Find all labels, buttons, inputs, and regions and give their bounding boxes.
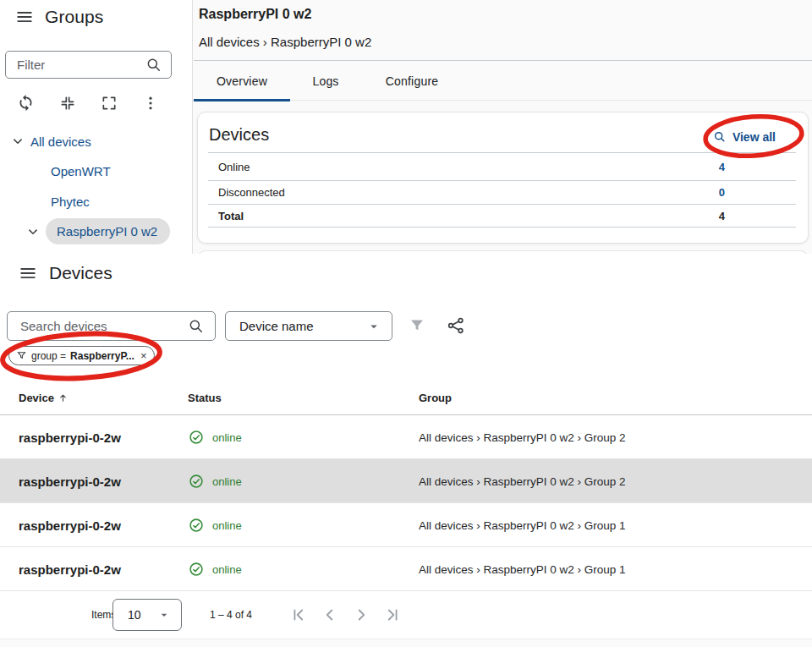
column-header-status[interactable]: Status — [188, 381, 222, 414]
tree-item-label: All devices — [30, 134, 91, 149]
devices-title: Devices — [49, 263, 112, 283]
table-row-selected[interactable]: raspberrypi-0-2w online All devices › Ra… — [0, 459, 812, 503]
devices-page: Devices Device name group = RaspberryP..… — [0, 254, 812, 647]
tree-item-label-selected: RaspberryPI 0 w2 — [46, 218, 170, 244]
more-vert-icon[interactable] — [142, 95, 159, 112]
last-page-icon[interactable] — [383, 606, 402, 624]
devices-header: Devices — [19, 263, 112, 283]
group-filter-chip[interactable]: group = RaspberryP... × — [8, 346, 155, 365]
table-row[interactable]: raspberrypi-0-2w online All devices › Ra… — [0, 415, 812, 459]
table-row[interactable]: raspberrypi-0-2w online All devices › Ra… — [0, 503, 812, 547]
device-group-path: All devices › RaspberryPI 0 w2 › Group 2 — [419, 459, 626, 503]
group-filter-input[interactable] — [17, 58, 145, 72]
dropdown-arrow-icon — [157, 608, 171, 622]
tree-item-label: Phytec — [51, 195, 90, 209]
tree-toolbar — [17, 94, 159, 112]
tree-item-openwrt[interactable]: OpenWRT — [51, 164, 111, 178]
check-circle-icon — [188, 429, 205, 446]
device-name: raspberrypi-0-2w — [19, 547, 121, 591]
device-group-path: All devices › RaspberryPI 0 w2 › Group 1 — [419, 547, 626, 591]
filter-icon[interactable] — [408, 316, 426, 335]
count-value: 0 — [719, 186, 796, 199]
filter-icon — [16, 350, 27, 361]
count-value: 4 — [719, 161, 796, 173]
search-icon — [713, 130, 727, 144]
status-label: online — [212, 519, 242, 532]
status-label: online — [212, 563, 242, 576]
device-group-path: All devices › RaspberryPI 0 w2 › Group 2 — [419, 415, 626, 459]
device-name: raspberrypi-0-2w — [19, 459, 121, 503]
device-status: online — [188, 503, 242, 547]
column-label: Device — [19, 392, 54, 404]
tab-logs[interactable]: Logs — [290, 61, 361, 101]
next-page-icon[interactable] — [352, 606, 370, 624]
refresh-icon[interactable] — [17, 94, 35, 112]
device-status: online — [188, 547, 242, 591]
dropdown-arrow-icon — [366, 319, 381, 334]
chevron-down-icon[interactable] — [25, 224, 41, 239]
tab-bar: Overview Logs Configure — [194, 61, 812, 101]
first-page-icon[interactable] — [289, 606, 308, 624]
chip-prefix: group = — [31, 350, 66, 362]
page-size-value: 10 — [128, 608, 141, 622]
tab-configure[interactable]: Configure — [361, 61, 463, 101]
pagination-bar: Items per page: 10 1 – 4 of 4 — [0, 591, 812, 639]
column-label: Group — [419, 392, 452, 404]
count-label: Total — [208, 210, 244, 222]
device-status: online — [188, 415, 242, 459]
view-all-link[interactable]: View all — [713, 130, 776, 144]
groups-header: Groups — [15, 7, 103, 27]
count-label: Online — [208, 161, 250, 173]
close-icon[interactable]: × — [140, 350, 147, 361]
count-row-total: Total 4 — [208, 205, 796, 228]
table-header: Device Status Group — [0, 381, 812, 414]
chevron-down-icon[interactable] — [10, 134, 25, 149]
tab-overview[interactable]: Overview — [194, 61, 290, 101]
device-name: raspberrypi-0-2w — [19, 415, 121, 459]
device-name: raspberrypi-0-2w — [19, 503, 121, 547]
group-detail-title: RaspberryPI 0 w2 — [199, 7, 311, 22]
tree-item-phytec[interactable]: Phytec — [51, 195, 90, 209]
groups-title: Groups — [45, 7, 103, 27]
groups-sidebar: Groups — [0, 0, 193, 254]
column-label: Status — [188, 392, 222, 404]
previous-page-icon[interactable] — [321, 606, 339, 624]
table-row[interactable]: raspberrypi-0-2w online All devices › Ra… — [0, 547, 812, 591]
search-icon — [188, 318, 205, 335]
count-row-disconnected: Disconnected 0 — [208, 181, 796, 205]
column-header-device[interactable]: Device — [19, 381, 69, 414]
page-range-label: 1 – 4 of 4 — [210, 591, 252, 639]
status-label: online — [212, 431, 242, 444]
group-detail-pane: RaspberryPI 0 w2 All devices › Raspberry… — [194, 0, 812, 254]
device-status: online — [188, 459, 242, 503]
card-title: Devices — [209, 125, 269, 145]
sort-ascending-icon — [58, 392, 69, 403]
device-count-list: Online 4 Disconnected 0 Total 4 — [208, 153, 796, 228]
device-group-path: All devices › RaspberryPI 0 w2 › Group 1 — [419, 503, 626, 547]
page-size-select[interactable]: 10 — [112, 599, 182, 631]
chip-value: RaspberryP... — [70, 350, 134, 362]
status-label: online — [212, 475, 242, 488]
expand-all-icon[interactable] — [101, 95, 118, 112]
groups-page: Groups — [0, 0, 812, 254]
devices-summary-card: Devices View all Online 4 Disconnected 0 — [197, 112, 809, 244]
tree-item-all-devices[interactable]: All devices — [10, 134, 91, 149]
search-icon — [145, 57, 162, 74]
device-search-input[interactable] — [20, 319, 188, 333]
breadcrumb: All devices › RaspberryPI 0 w2 — [199, 35, 371, 49]
footer-strip — [0, 639, 812, 647]
check-circle-icon — [188, 517, 205, 534]
attribute-select-value: Device name — [239, 319, 314, 333]
column-header-group[interactable]: Group — [419, 381, 452, 414]
check-circle-icon — [188, 561, 205, 578]
tree-item-raspberrypi[interactable]: RaspberryPI 0 w2 — [25, 218, 170, 244]
collapse-all-icon[interactable] — [59, 95, 76, 112]
count-label: Disconnected — [208, 186, 285, 199]
device-search-field[interactable] — [7, 311, 216, 341]
attribute-select[interactable]: Device name — [225, 311, 392, 341]
pagination-nav — [289, 591, 402, 639]
menu-icon[interactable] — [19, 264, 37, 282]
group-filter-field[interactable] — [5, 51, 172, 79]
menu-icon[interactable] — [15, 8, 34, 26]
share-icon[interactable] — [446, 315, 466, 336]
